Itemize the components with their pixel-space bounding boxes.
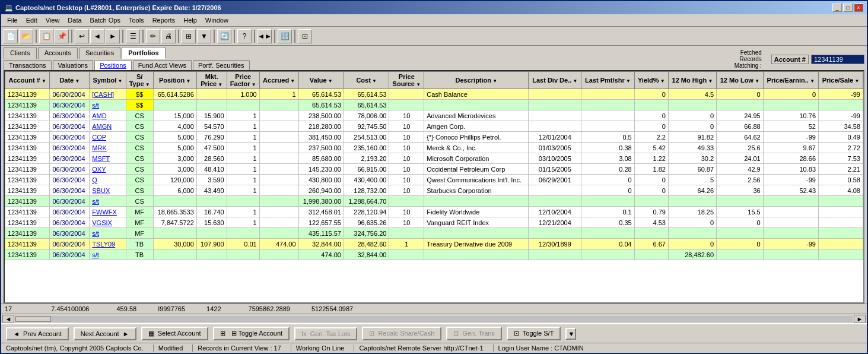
symbol-link[interactable]: [CASH] (92, 91, 114, 98)
symbol-link[interactable]: COP (92, 134, 106, 141)
col-price-factor[interactable]: PriceFactor (227, 72, 259, 89)
dropdown-button[interactable]: ▼ (565, 328, 576, 340)
tab-securities[interactable]: Securities (79, 47, 120, 59)
table-cell (196, 100, 227, 110)
symbol-link[interactable]: s/t (92, 230, 99, 237)
scroll-track[interactable] (15, 316, 853, 322)
table-cell (259, 196, 298, 207)
symbol-link[interactable]: SBUX (92, 187, 110, 194)
symbol-link[interactable]: FWWFX (92, 208, 117, 216)
col-pe[interactable]: Price/Earnin.. (763, 72, 818, 89)
minimize-button[interactable]: _ (832, 4, 842, 12)
table-cell: [CASH] (90, 89, 126, 100)
toolbar-forward[interactable]: ► (106, 29, 120, 43)
col-yield[interactable]: Yield% (634, 72, 668, 89)
table-cell: TB (126, 249, 153, 260)
menu-batch-ops[interactable]: Batch Ops (87, 15, 124, 25)
menu-window[interactable]: Window (202, 15, 232, 25)
prev-account-button[interactable]: ◄ Prev Account (6, 327, 69, 340)
table-cell: CS (126, 196, 153, 207)
col-price-source[interactable]: PriceSource (389, 72, 424, 89)
scroll-left[interactable]: ◄ (2, 315, 14, 323)
symbol-link[interactable]: s/t (92, 102, 99, 109)
toggle-st-button[interactable]: ⊡ Toggle S/T (507, 327, 561, 340)
symbol-link[interactable]: VGSIX (92, 219, 112, 226)
toggle-account-button[interactable]: ⊞ ⊞ Toggle Account (213, 327, 290, 340)
col-mkt-price[interactable]: Mkt.Price (196, 72, 227, 89)
symbol-link[interactable]: s/t (92, 198, 99, 205)
account-input[interactable] (811, 55, 864, 64)
select-account-button[interactable]: ▦ Select Account (141, 327, 208, 340)
toolbar-list[interactable]: ☰ (126, 29, 140, 43)
toolbar-copy[interactable]: 📋 (39, 29, 53, 43)
toolbar-refresh[interactable]: 🔄 (217, 29, 231, 43)
toolbar-extra[interactable]: ⊡ (298, 29, 312, 43)
symbol-link[interactable]: MRK (92, 144, 106, 151)
table-cell: 10 (389, 132, 424, 143)
menu-view[interactable]: View (42, 15, 63, 25)
symbol-link[interactable]: AMGN (92, 123, 112, 130)
tab-clients[interactable]: Clients (4, 47, 37, 59)
gen-tax-lots-button[interactable]: fx Gen. Tax Lots (294, 327, 357, 340)
toolbar-nav[interactable]: ◄► (257, 29, 272, 43)
col-cost[interactable]: Cost (344, 72, 389, 89)
col-value[interactable]: Value (298, 72, 344, 89)
col-accrued[interactable]: Accrued (259, 72, 298, 89)
maximize-button[interactable]: □ (843, 4, 853, 12)
hscroll-bar[interactable]: ◄ ► (1, 314, 867, 323)
menu-file[interactable]: File (4, 15, 21, 25)
gen-trans-button[interactable]: ⊡ Gen. Trans (446, 327, 502, 340)
col-last-div[interactable]: Last Div De.. (529, 72, 581, 89)
menu-edit[interactable]: Edit (23, 15, 41, 25)
toolbar-back[interactable]: ◄ (90, 29, 104, 43)
col-date[interactable]: Date (50, 72, 90, 89)
toolbar-edit2[interactable]: ✏ (146, 29, 160, 43)
toolbar-grid[interactable]: ⊞ (182, 29, 196, 43)
toolbar-sep10 (294, 30, 295, 43)
col-symbol[interactable]: Symbol (90, 72, 126, 89)
col-12mo-low[interactable]: 12 Mo Low (717, 72, 764, 89)
symbol-link[interactable]: Q (92, 176, 97, 184)
toolbar-undo[interactable]: ↩ (75, 29, 89, 43)
col-account[interactable]: Account # (5, 72, 50, 89)
toolbar-paste[interactable]: 📌 (55, 29, 69, 43)
toolbar-sep7 (234, 30, 235, 43)
subtab-portf-securities[interactable]: Portf. Securities (193, 60, 250, 70)
tab-accounts[interactable]: Accounts (38, 47, 78, 59)
toolbar-open[interactable]: 📂 (19, 29, 33, 43)
toolbar-help[interactable]: ? (237, 29, 252, 43)
toolbar-calc[interactable]: 🔢 (278, 29, 292, 43)
symbol-link[interactable]: MSFT (92, 155, 110, 162)
menu-data[interactable]: Data (64, 15, 85, 25)
menu-help[interactable]: Help (180, 15, 201, 25)
col-position[interactable]: Position (153, 72, 196, 89)
table-cell: 78,006.00 (344, 110, 389, 121)
subtab-transactions[interactable]: Transactions (4, 60, 52, 70)
subtab-positions[interactable]: Positions (94, 60, 132, 70)
symbol-link[interactable]: TSLY09 (92, 241, 115, 248)
symbol-link[interactable]: AMD (92, 112, 106, 119)
toolbar-new[interactable]: 📄 (4, 29, 18, 43)
menu-tools[interactable]: Tools (125, 15, 148, 25)
toolbar-print[interactable]: 🖨 (161, 29, 176, 43)
col-last-pmt[interactable]: Last Pmt/shr (581, 72, 634, 89)
table-cell: 52.43 (763, 185, 818, 196)
recalc-share-cash-button[interactable]: ⊡ Recalc Share/Cash (362, 327, 441, 340)
symbol-link[interactable]: OXY (92, 166, 106, 173)
tab-portfolios[interactable]: Portfolios (122, 47, 165, 59)
symbol-link[interactable]: s/t (92, 251, 99, 258)
subtab-fund-acct-views[interactable]: Fund Acct Views (133, 60, 192, 70)
scroll-thumb[interactable] (15, 316, 51, 322)
table-cell (763, 100, 818, 110)
close-button[interactable]: × (854, 4, 863, 12)
col-stype[interactable]: S/Type (126, 72, 153, 89)
col-12mo-high[interactable]: 12 Mo High (668, 72, 716, 89)
scroll-right[interactable]: ► (854, 315, 866, 323)
subtab-valuations[interactable]: Valuations (53, 60, 94, 70)
col-ps[interactable]: Price/Sale (819, 72, 863, 89)
toolbar-grid-dropdown[interactable]: ▼ (197, 29, 211, 43)
table-container[interactable]: Account # Date Symbol S/Type Position Mk… (4, 70, 864, 304)
menu-reports[interactable]: Reports (149, 15, 179, 25)
next-account-button[interactable]: Next Account ► (74, 327, 136, 340)
col-description[interactable]: Description (424, 72, 529, 89)
